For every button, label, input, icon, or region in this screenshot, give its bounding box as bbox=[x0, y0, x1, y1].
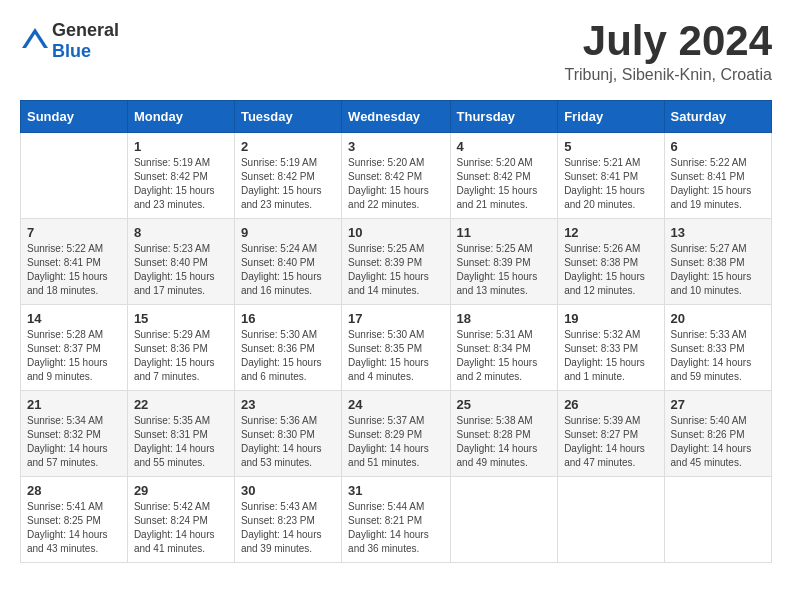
calendar-cell: 14Sunrise: 5:28 AM Sunset: 8:37 PM Dayli… bbox=[21, 305, 128, 391]
calendar-cell: 21Sunrise: 5:34 AM Sunset: 8:32 PM Dayli… bbox=[21, 391, 128, 477]
day-number: 12 bbox=[564, 225, 657, 240]
day-number: 5 bbox=[564, 139, 657, 154]
day-number: 3 bbox=[348, 139, 443, 154]
calendar-cell: 10Sunrise: 5:25 AM Sunset: 8:39 PM Dayli… bbox=[342, 219, 450, 305]
calendar-cell: 1Sunrise: 5:19 AM Sunset: 8:42 PM Daylig… bbox=[127, 133, 234, 219]
logo: General Blue bbox=[20, 20, 119, 62]
day-number: 17 bbox=[348, 311, 443, 326]
day-info: Sunrise: 5:19 AM Sunset: 8:42 PM Dayligh… bbox=[134, 156, 228, 212]
day-number: 26 bbox=[564, 397, 657, 412]
page-header: General Blue July 2024 Tribunj, Sibenik-… bbox=[20, 20, 772, 84]
weekday-header-monday: Monday bbox=[127, 101, 234, 133]
calendar-cell: 3Sunrise: 5:20 AM Sunset: 8:42 PM Daylig… bbox=[342, 133, 450, 219]
calendar-cell: 20Sunrise: 5:33 AM Sunset: 8:33 PM Dayli… bbox=[664, 305, 771, 391]
day-info: Sunrise: 5:44 AM Sunset: 8:21 PM Dayligh… bbox=[348, 500, 443, 556]
day-info: Sunrise: 5:23 AM Sunset: 8:40 PM Dayligh… bbox=[134, 242, 228, 298]
day-info: Sunrise: 5:39 AM Sunset: 8:27 PM Dayligh… bbox=[564, 414, 657, 470]
calendar-cell: 27Sunrise: 5:40 AM Sunset: 8:26 PM Dayli… bbox=[664, 391, 771, 477]
calendar-cell bbox=[664, 477, 771, 563]
calendar-cell: 29Sunrise: 5:42 AM Sunset: 8:24 PM Dayli… bbox=[127, 477, 234, 563]
day-info: Sunrise: 5:34 AM Sunset: 8:32 PM Dayligh… bbox=[27, 414, 121, 470]
day-number: 28 bbox=[27, 483, 121, 498]
day-info: Sunrise: 5:19 AM Sunset: 8:42 PM Dayligh… bbox=[241, 156, 335, 212]
day-info: Sunrise: 5:33 AM Sunset: 8:33 PM Dayligh… bbox=[671, 328, 765, 384]
day-number: 29 bbox=[134, 483, 228, 498]
week-row-2: 7Sunrise: 5:22 AM Sunset: 8:41 PM Daylig… bbox=[21, 219, 772, 305]
calendar-cell: 13Sunrise: 5:27 AM Sunset: 8:38 PM Dayli… bbox=[664, 219, 771, 305]
day-number: 16 bbox=[241, 311, 335, 326]
day-info: Sunrise: 5:30 AM Sunset: 8:35 PM Dayligh… bbox=[348, 328, 443, 384]
logo-icon bbox=[20, 26, 50, 56]
calendar-cell: 24Sunrise: 5:37 AM Sunset: 8:29 PM Dayli… bbox=[342, 391, 450, 477]
calendar-cell: 23Sunrise: 5:36 AM Sunset: 8:30 PM Dayli… bbox=[234, 391, 341, 477]
day-info: Sunrise: 5:30 AM Sunset: 8:36 PM Dayligh… bbox=[241, 328, 335, 384]
calendar-cell: 11Sunrise: 5:25 AM Sunset: 8:39 PM Dayli… bbox=[450, 219, 558, 305]
day-number: 23 bbox=[241, 397, 335, 412]
day-info: Sunrise: 5:27 AM Sunset: 8:38 PM Dayligh… bbox=[671, 242, 765, 298]
calendar-cell bbox=[450, 477, 558, 563]
day-number: 14 bbox=[27, 311, 121, 326]
logo-text-general: General bbox=[52, 20, 119, 40]
day-number: 11 bbox=[457, 225, 552, 240]
calendar-cell: 6Sunrise: 5:22 AM Sunset: 8:41 PM Daylig… bbox=[664, 133, 771, 219]
day-info: Sunrise: 5:41 AM Sunset: 8:25 PM Dayligh… bbox=[27, 500, 121, 556]
day-info: Sunrise: 5:21 AM Sunset: 8:41 PM Dayligh… bbox=[564, 156, 657, 212]
calendar-cell: 22Sunrise: 5:35 AM Sunset: 8:31 PM Dayli… bbox=[127, 391, 234, 477]
day-info: Sunrise: 5:40 AM Sunset: 8:26 PM Dayligh… bbox=[671, 414, 765, 470]
day-number: 18 bbox=[457, 311, 552, 326]
day-number: 6 bbox=[671, 139, 765, 154]
day-info: Sunrise: 5:25 AM Sunset: 8:39 PM Dayligh… bbox=[348, 242, 443, 298]
title-area: July 2024 Tribunj, Sibenik-Knin, Croatia bbox=[565, 20, 773, 84]
week-row-3: 14Sunrise: 5:28 AM Sunset: 8:37 PM Dayli… bbox=[21, 305, 772, 391]
calendar-cell: 4Sunrise: 5:20 AM Sunset: 8:42 PM Daylig… bbox=[450, 133, 558, 219]
day-info: Sunrise: 5:38 AM Sunset: 8:28 PM Dayligh… bbox=[457, 414, 552, 470]
calendar-cell: 31Sunrise: 5:44 AM Sunset: 8:21 PM Dayli… bbox=[342, 477, 450, 563]
calendar-cell: 17Sunrise: 5:30 AM Sunset: 8:35 PM Dayli… bbox=[342, 305, 450, 391]
day-info: Sunrise: 5:31 AM Sunset: 8:34 PM Dayligh… bbox=[457, 328, 552, 384]
day-number: 7 bbox=[27, 225, 121, 240]
weekday-header-sunday: Sunday bbox=[21, 101, 128, 133]
week-row-5: 28Sunrise: 5:41 AM Sunset: 8:25 PM Dayli… bbox=[21, 477, 772, 563]
day-info: Sunrise: 5:42 AM Sunset: 8:24 PM Dayligh… bbox=[134, 500, 228, 556]
day-info: Sunrise: 5:35 AM Sunset: 8:31 PM Dayligh… bbox=[134, 414, 228, 470]
day-number: 19 bbox=[564, 311, 657, 326]
day-info: Sunrise: 5:43 AM Sunset: 8:23 PM Dayligh… bbox=[241, 500, 335, 556]
calendar-cell: 28Sunrise: 5:41 AM Sunset: 8:25 PM Dayli… bbox=[21, 477, 128, 563]
calendar-cell: 18Sunrise: 5:31 AM Sunset: 8:34 PM Dayli… bbox=[450, 305, 558, 391]
calendar-cell bbox=[558, 477, 664, 563]
day-number: 15 bbox=[134, 311, 228, 326]
day-number: 9 bbox=[241, 225, 335, 240]
day-number: 31 bbox=[348, 483, 443, 498]
day-number: 22 bbox=[134, 397, 228, 412]
week-row-4: 21Sunrise: 5:34 AM Sunset: 8:32 PM Dayli… bbox=[21, 391, 772, 477]
calendar-cell: 25Sunrise: 5:38 AM Sunset: 8:28 PM Dayli… bbox=[450, 391, 558, 477]
day-info: Sunrise: 5:20 AM Sunset: 8:42 PM Dayligh… bbox=[457, 156, 552, 212]
day-number: 10 bbox=[348, 225, 443, 240]
calendar-cell: 16Sunrise: 5:30 AM Sunset: 8:36 PM Dayli… bbox=[234, 305, 341, 391]
calendar-cell: 2Sunrise: 5:19 AM Sunset: 8:42 PM Daylig… bbox=[234, 133, 341, 219]
calendar-cell: 30Sunrise: 5:43 AM Sunset: 8:23 PM Dayli… bbox=[234, 477, 341, 563]
calendar-cell bbox=[21, 133, 128, 219]
day-number: 8 bbox=[134, 225, 228, 240]
location-subtitle: Tribunj, Sibenik-Knin, Croatia bbox=[565, 66, 773, 84]
day-info: Sunrise: 5:26 AM Sunset: 8:38 PM Dayligh… bbox=[564, 242, 657, 298]
day-number: 27 bbox=[671, 397, 765, 412]
weekday-header-saturday: Saturday bbox=[664, 101, 771, 133]
calendar-cell: 5Sunrise: 5:21 AM Sunset: 8:41 PM Daylig… bbox=[558, 133, 664, 219]
calendar-cell: 19Sunrise: 5:32 AM Sunset: 8:33 PM Dayli… bbox=[558, 305, 664, 391]
weekday-header-thursday: Thursday bbox=[450, 101, 558, 133]
day-number: 25 bbox=[457, 397, 552, 412]
calendar-cell: 8Sunrise: 5:23 AM Sunset: 8:40 PM Daylig… bbox=[127, 219, 234, 305]
day-number: 20 bbox=[671, 311, 765, 326]
day-info: Sunrise: 5:32 AM Sunset: 8:33 PM Dayligh… bbox=[564, 328, 657, 384]
logo-text-blue: Blue bbox=[52, 41, 91, 61]
day-number: 2 bbox=[241, 139, 335, 154]
calendar-cell: 9Sunrise: 5:24 AM Sunset: 8:40 PM Daylig… bbox=[234, 219, 341, 305]
day-number: 24 bbox=[348, 397, 443, 412]
day-number: 21 bbox=[27, 397, 121, 412]
calendar-cell: 7Sunrise: 5:22 AM Sunset: 8:41 PM Daylig… bbox=[21, 219, 128, 305]
day-info: Sunrise: 5:37 AM Sunset: 8:29 PM Dayligh… bbox=[348, 414, 443, 470]
calendar-table: SundayMondayTuesdayWednesdayThursdayFrid… bbox=[20, 100, 772, 563]
day-number: 30 bbox=[241, 483, 335, 498]
day-info: Sunrise: 5:36 AM Sunset: 8:30 PM Dayligh… bbox=[241, 414, 335, 470]
